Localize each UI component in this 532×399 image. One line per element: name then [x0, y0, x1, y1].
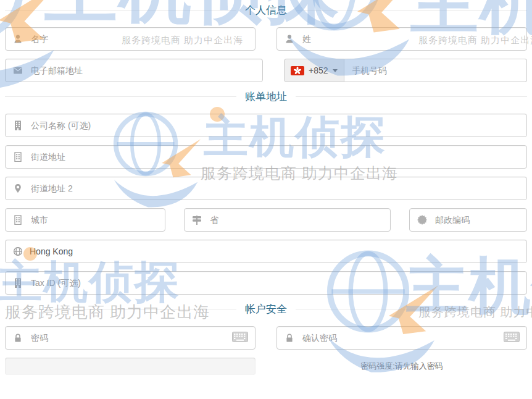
user-icon [284, 34, 295, 44]
building-icon [12, 120, 23, 130]
tax-id-input[interactable] [30, 277, 520, 288]
section-title-security: 帐户安全 [5, 303, 527, 315]
lock-icon [284, 333, 295, 343]
last-name-input[interactable] [301, 33, 520, 44]
phone-input[interactable] [351, 65, 520, 76]
caret-down-icon [333, 69, 338, 72]
section-title-billing-label: 账单地址 [236, 90, 296, 104]
city-input[interactable] [30, 214, 158, 225]
map-pin-icon [12, 183, 23, 193]
password-field [5, 326, 256, 350]
signpost-icon [191, 215, 202, 225]
province-input[interactable] [209, 214, 383, 225]
street-address2-field [5, 177, 527, 200]
company-input[interactable] [30, 120, 520, 131]
envelope-icon [12, 65, 23, 75]
lock-icon [12, 333, 23, 343]
section-title-personal-label: 个人信息 [236, 3, 296, 17]
dial-code: +852 [309, 65, 328, 75]
building-outline-icon [12, 215, 23, 225]
confirm-password-input[interactable] [301, 332, 499, 343]
seal-icon [417, 215, 428, 225]
keyboard-icon[interactable] [232, 332, 248, 345]
city-field [5, 208, 165, 232]
company-field [5, 114, 527, 137]
keyboard-icon[interactable] [504, 332, 520, 345]
province-field [184, 208, 391, 232]
building-outline-icon [12, 152, 23, 162]
section-title-billing: 账单地址 [5, 90, 527, 103]
section-title-security-label: 帐户安全 [236, 302, 296, 316]
password-strength-text: 密码强度:请先输入密码 [276, 358, 527, 375]
country-value: Hong Kong [30, 246, 73, 256]
confirm-password-field [276, 326, 527, 350]
country-select[interactable]: Hong Kong [5, 240, 527, 263]
section-title-personal: 个人信息 [5, 4, 527, 16]
password-strength-bar [5, 358, 256, 375]
street-address-field [5, 145, 527, 169]
postcode-field [409, 208, 527, 232]
email-input[interactable] [30, 65, 256, 76]
last-name-field [276, 27, 527, 51]
postcode-input[interactable] [434, 214, 520, 225]
first-name-input[interactable] [30, 33, 248, 44]
tax-id-field [5, 271, 527, 295]
globe-icon [12, 246, 23, 256]
user-icon [12, 34, 23, 44]
hong-kong-flag-icon [291, 66, 304, 75]
street-address-input[interactable] [30, 151, 520, 162]
phone-field: +852 [284, 59, 527, 82]
first-name-field [5, 27, 256, 51]
building-icon [12, 278, 23, 288]
password-input[interactable] [30, 332, 227, 343]
email-field [5, 59, 263, 82]
street-address2-input[interactable] [30, 183, 520, 194]
signup-form: 个人信息 +852 账单地址 [0, 4, 532, 375]
country-code-dropdown[interactable]: +852 [284, 59, 344, 82]
